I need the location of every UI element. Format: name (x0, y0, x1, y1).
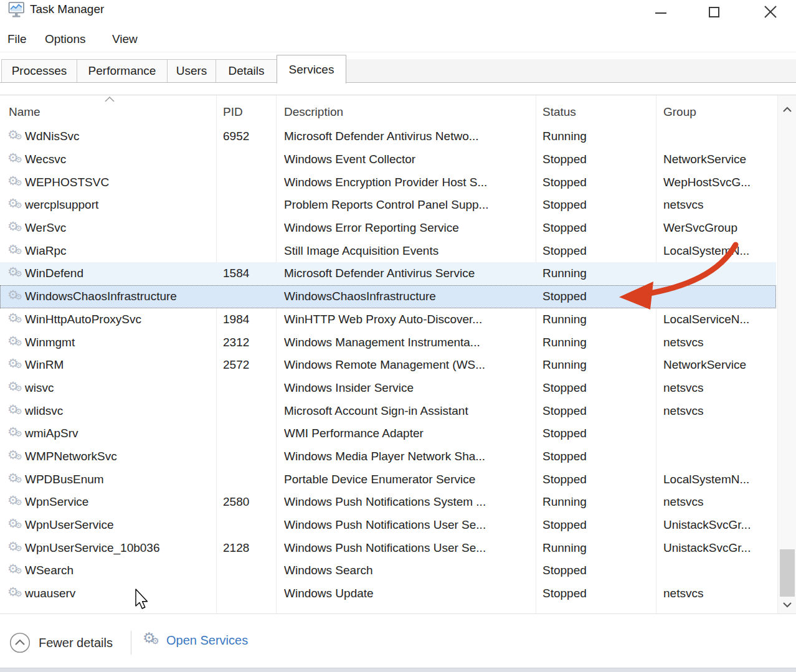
service-row[interactable]: ⚙︎⚙︎wlidsvcMicrosoft Account Sign-in Ass… (0, 399, 776, 422)
column-header-pid[interactable]: PID (223, 105, 243, 119)
service-gear-icon: ⚙︎⚙︎ (7, 494, 24, 510)
menu-item-file[interactable]: File (7, 32, 27, 46)
service-row[interactable]: ⚙︎⚙︎wuauservWindows UpdateStoppednetsvcs (0, 582, 776, 605)
service-name: wuauserv (25, 587, 75, 600)
service-group: netsvcs (663, 495, 703, 509)
tab-users[interactable]: Users (167, 59, 216, 82)
column-header-status[interactable]: Status (543, 105, 576, 119)
close-button[interactable] (754, 0, 787, 22)
service-name: WiaRpc (25, 244, 67, 258)
window-title: Task Manager (30, 2, 104, 16)
service-row[interactable]: ⚙︎⚙︎WdNisSvc6952Microsoft Defender Antiv… (0, 125, 776, 148)
column-header-group[interactable]: Group (663, 105, 696, 119)
service-gear-icon: ⚙︎⚙︎ (7, 151, 24, 168)
service-description: WMI Performance Adapter (284, 427, 424, 440)
titlebar: Task Manager (0, 0, 796, 27)
scroll-down-button[interactable] (778, 595, 796, 614)
service-row[interactable]: ⚙︎⚙︎wercplsupportProblem Reports Control… (0, 194, 776, 217)
task-manager-window: Task Manager File Options View Processes… (0, 0, 796, 672)
service-row[interactable]: ⚙︎⚙︎WindowsChaosInfrastructureWindowsCha… (0, 285, 776, 308)
service-description: Problem Reports Control Panel Supp... (284, 198, 488, 212)
service-status: Stopped (543, 153, 587, 166)
service-name: WPDBusEnum (25, 473, 104, 486)
service-row[interactable]: ⚙︎⚙︎WinRM2572Windows Remote Management (… (0, 354, 776, 377)
service-row[interactable]: ⚙︎⚙︎WinDefend1584Microsoft Defender Anti… (0, 262, 776, 285)
service-group: LocalSystemN... (663, 244, 749, 258)
service-group: WerSvcGroup (663, 221, 737, 235)
scroll-up-button[interactable] (778, 100, 796, 119)
scroll-thumb[interactable] (780, 549, 795, 597)
service-name: wercplsupport (25, 198, 98, 212)
service-pid: 1984 (223, 313, 249, 326)
chevron-up-circle-icon (9, 632, 31, 653)
service-row[interactable]: ⚙︎⚙︎WMPNetworkSvcWindows Media Player Ne… (0, 445, 776, 468)
scrollbar[interactable] (777, 95, 796, 614)
service-name: WindowsChaosInfrastructure (25, 290, 177, 303)
tabstrip: Processes Performance Users Details Serv… (0, 53, 796, 83)
minimize-button[interactable] (645, 0, 677, 22)
tab-details[interactable]: Details (216, 59, 277, 82)
service-row[interactable]: ⚙︎⚙︎WpnService2580Windows Push Notificat… (0, 491, 776, 514)
service-row[interactable]: ⚙︎⚙︎WecsvcWindows Event CollectorStopped… (0, 148, 776, 171)
tab-performance[interactable]: Performance (77, 59, 168, 82)
service-description: Windows Search (284, 564, 373, 577)
service-name: WinDefend (25, 267, 83, 280)
service-group: UnistackSvcGr... (663, 541, 751, 555)
fewer-details-label: Fewer details (39, 636, 113, 650)
service-name: WdNisSvc (25, 130, 80, 143)
footer-divider (131, 631, 131, 655)
service-row[interactable]: ⚙︎⚙︎wmiApSrvWMI Performance AdapterStopp… (0, 422, 776, 445)
open-services-link[interactable]: ⚙︎ ⚙︎ Open Services (143, 631, 248, 650)
minimize-icon (655, 5, 667, 17)
service-status: Stopped (543, 381, 587, 395)
service-description: Still Image Acquisition Events (284, 244, 438, 258)
service-gear-icon: ⚙︎⚙︎ (7, 197, 24, 213)
service-status: Stopped (543, 427, 587, 440)
service-status: Running (543, 495, 587, 509)
service-name: wmiApSrv (25, 427, 78, 440)
service-name: WinHttpAutoProxySvc (25, 313, 141, 326)
service-group: NetworkService (663, 358, 746, 372)
service-group: netsvcs (663, 381, 703, 395)
service-gear-icon: ⚙︎⚙︎ (7, 585, 24, 602)
service-description: Windows Push Notifications User Se... (284, 541, 486, 555)
service-gear-icon: ⚙︎⚙︎ (7, 471, 24, 488)
service-row[interactable]: ⚙︎⚙︎WSearchWindows SearchStopped (0, 559, 776, 582)
sort-ascending-icon (105, 97, 115, 102)
fewer-details-button[interactable]: Fewer details (9, 632, 113, 653)
service-gear-icon: ⚙︎⚙︎ (7, 403, 24, 419)
service-gear-icon: ⚙︎⚙︎ (7, 174, 24, 191)
service-name: WpnService (25, 495, 88, 509)
table-header: Name PID Description Status Group (0, 95, 776, 125)
service-name: WpnUserService (25, 518, 114, 532)
service-gear-icon: ⚙︎⚙︎ (7, 425, 24, 442)
maximize-button[interactable] (698, 0, 731, 22)
service-row[interactable]: ⚙︎⚙︎WPDBusEnumPortable Device Enumerator… (0, 468, 776, 491)
service-group: LocalServiceN... (663, 313, 749, 326)
menu-item-view[interactable]: View (112, 32, 138, 46)
service-row[interactable]: ⚙︎⚙︎Winmgmt2312Windows Management Instru… (0, 331, 776, 354)
service-description: Microsoft Defender Antivirus Netwo... (284, 130, 479, 143)
service-description: Microsoft Account Sign-in Assistant (284, 404, 468, 418)
service-pid: 6952 (223, 130, 249, 143)
service-description: Microsoft Defender Antivirus Service (284, 267, 475, 280)
service-row[interactable]: ⚙︎⚙︎WEPHOSTSVCWindows Encryption Provide… (0, 171, 776, 194)
service-gear-icon: ⚙︎⚙︎ (7, 517, 24, 533)
tab-processes[interactable]: Processes (1, 59, 77, 82)
service-gear-icon: ⚙︎⚙︎ (7, 220, 24, 236)
service-status: Running (543, 358, 587, 372)
menu-item-options[interactable]: Options (45, 32, 85, 46)
column-header-description[interactable]: Description (284, 105, 343, 119)
service-gear-icon: ⚙︎⚙︎ (7, 128, 24, 144)
column-header-name[interactable]: Name (9, 105, 40, 119)
service-row[interactable]: ⚙︎⚙︎WpnUserService_10b0362128Windows Pus… (0, 536, 776, 559)
service-row[interactable]: ⚙︎⚙︎WinHttpAutoProxySvc1984WinHTTP Web P… (0, 308, 776, 331)
service-row[interactable]: ⚙︎⚙︎WiaRpcStill Image Acquisition Events… (0, 239, 776, 262)
tabstrip-border (0, 82, 796, 83)
service-row[interactable]: ⚙︎⚙︎WerSvcWindows Error Reporting Servic… (0, 217, 776, 240)
service-row[interactable]: ⚙︎⚙︎WpnUserServiceWindows Push Notificat… (0, 514, 776, 537)
service-status: Running (543, 267, 587, 280)
service-row[interactable]: ⚙︎⚙︎wisvcWindows Insider ServiceStoppedn… (0, 377, 776, 400)
service-description: Windows Push Notifications User Se... (284, 518, 486, 532)
tab-services[interactable]: Services (277, 55, 346, 83)
